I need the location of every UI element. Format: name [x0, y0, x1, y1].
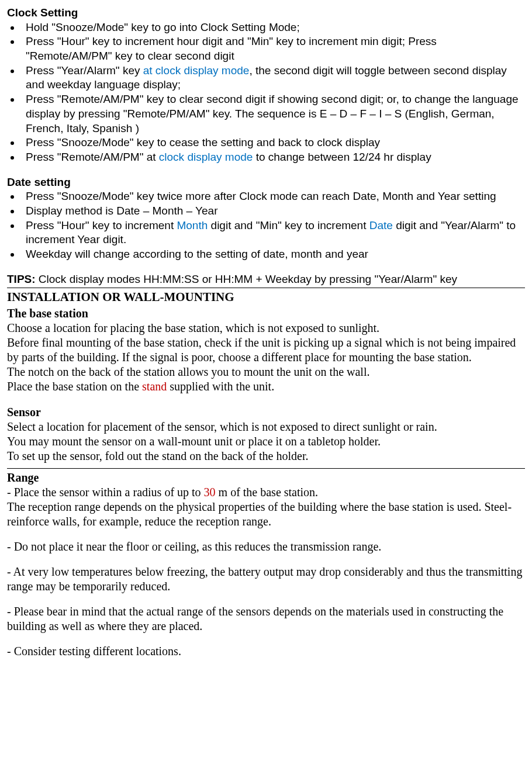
list-item: Weekday will change according to the set… [21, 247, 525, 262]
base-station-para2: Before final mounting of the base statio… [7, 335, 525, 365]
range-p1-a: - Place the sensor within a radius of up… [7, 486, 204, 499]
range-para1: - Place the sensor within a radius of up… [7, 485, 525, 500]
list-item: Press "Snooze/Mode" key twice more after… [21, 189, 525, 204]
range-para3: - Do not place it near the floor or ceil… [7, 539, 525, 554]
date-setting-list: Press "Snooze/Mode" key twice more after… [21, 189, 525, 261]
text-span: Weekday will change according to the set… [26, 248, 368, 260]
text-span: Date [369, 219, 393, 231]
list-item: Press "Year/Alarm" key at clock display … [21, 64, 525, 92]
text-span: Hold "Snooze/Mode" key to go into Clock … [26, 21, 300, 33]
divider [7, 288, 525, 288]
list-item: Hold "Snooze/Mode" key to go into Clock … [21, 20, 525, 35]
base-station-para1: Choose a location for placing the base s… [7, 321, 525, 335]
text-span: Press "Remote/AM/PM" at [26, 151, 159, 163]
base-station-heading: The base station [7, 306, 525, 321]
text-span: Press "Snooze/Mode" key twice more after… [26, 190, 496, 202]
range-p1-c: m of the base station. [216, 486, 319, 499]
text-span: at clock display mode [143, 64, 250, 77]
clock-setting-heading: Clock Setting [7, 6, 525, 20]
sensor-heading: Sensor [7, 404, 525, 420]
text-span: Press "Remote/AM/PM" key to clear second… [26, 93, 519, 134]
tips-text: Clock display modes HH:MM:SS or HH:MM + … [36, 273, 457, 285]
base-station-para4-a: Place the base station on the [7, 380, 142, 393]
text-span: Press "Year/Alarm" key [26, 64, 143, 77]
sensor-para2: You may mount the sensor on a wall-mount… [7, 434, 525, 449]
tips-paragraph: TIPS: Clock display modes HH:MM:SS or HH… [7, 272, 525, 287]
text-span: Press "Hour" key to increment hour digit… [26, 35, 437, 62]
text-span: clock display mode [159, 151, 253, 163]
text-span: digit and "Min" key to increment [208, 219, 369, 231]
sensor-para1: Select a location for placement of the s… [7, 420, 525, 434]
base-station-para4-b: stand [142, 380, 167, 393]
installation-heading: INSTALLATION OR WALL-MOUNTING [7, 289, 525, 305]
list-item: Press "Snooze/Mode" key to cease the set… [21, 136, 525, 150]
range-para6: - Consider testing different locations. [7, 644, 525, 659]
tips-label: TIPS: [7, 273, 36, 285]
range-para4: - At very low temperatures below freezin… [7, 565, 525, 594]
list-item: Press "Hour" key to increment Month digi… [21, 219, 525, 247]
list-item: Display method is Date – Month – Year [21, 204, 525, 219]
text-span: Display method is Date – Month – Year [26, 205, 217, 217]
range-para2: The reception range depends on the physi… [7, 500, 525, 529]
base-station-para4: Place the base station on the stand supp… [7, 379, 525, 394]
sensor-para3: To set up the sensor, fold out the stand… [7, 449, 525, 463]
base-station-para3: The notch on the back of the station all… [7, 365, 525, 379]
list-item: Press "Remote/AM/PM" key to clear second… [21, 92, 525, 136]
text-span: Month [177, 219, 208, 231]
list-item: Press "Remote/AM/PM" at clock display mo… [21, 150, 525, 165]
range-heading: Range [7, 470, 525, 485]
text-span: Press "Snooze/Mode" key to cease the set… [26, 136, 380, 148]
list-item: Press "Hour" key to increment hour digit… [21, 34, 525, 63]
range-para5: - Please bear in mind that the actual ra… [7, 604, 525, 634]
clock-setting-list: Hold "Snooze/Mode" key to go into Clock … [21, 20, 525, 165]
date-setting-heading: Date setting [7, 175, 525, 190]
range-p1-b: 30 [204, 486, 216, 499]
text-span: Press "Hour" key to increment [26, 219, 177, 231]
text-span: to change between 12/24 hr display [253, 151, 431, 163]
divider [7, 468, 525, 469]
base-station-para4-c: supplied with the unit. [167, 380, 274, 393]
